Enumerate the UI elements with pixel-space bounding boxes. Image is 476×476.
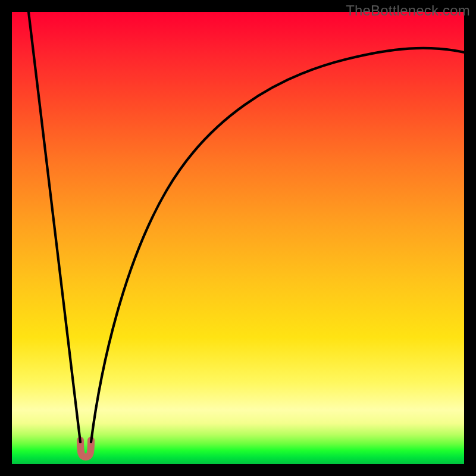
plot-area <box>12 12 464 464</box>
optimal-point-marker <box>80 440 91 457</box>
curve-layer <box>12 12 464 464</box>
curve-right-branch <box>91 48 464 442</box>
chart-frame: TheBottleneck.com <box>0 0 476 476</box>
curve-left-branch <box>29 12 80 442</box>
